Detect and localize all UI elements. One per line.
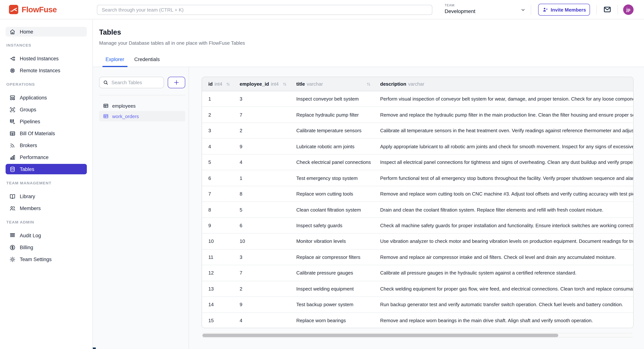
brand-name: FlowFuse [22,5,57,14]
cell-title: Check electrical panel connections [290,159,374,165]
horizontal-scrollbar-track[interactable] [202,333,632,338]
sidebar-item-label: Groups [20,107,36,112]
chevron-down-icon[interactable] [520,7,526,13]
avatar[interactable]: jp [623,4,634,15]
invite-members-button[interactable]: Invite Members [538,4,590,16]
team-selector[interactable]: TEAM: Development [444,3,475,14]
table-row[interactable]: 32Calibrate temperature sensorsCalibrate… [202,123,633,139]
add-table-button[interactable] [168,77,185,88]
table-row[interactable]: 85Clean coolant filtration systemDrain a… [202,202,633,218]
performance-icon [9,154,16,160]
column-type: varchar [408,81,424,87]
table-row[interactable]: 61Test emergency stop systemPerform func… [202,170,633,186]
cell-description: Use vibration analyzer to check motor an… [374,239,633,244]
cell-title: Replace worn bearings [290,318,374,324]
column-type: int4 [214,81,222,87]
sidebar-item-remote-instances[interactable]: Remote Instances [6,65,87,76]
sidebar-item-billing[interactable]: Billing [6,242,87,253]
team-search-input[interactable] [97,5,432,15]
cell-description: Remove and replace the hydraulic pump fi… [374,112,633,117]
cell-employee_id: 6 [233,223,290,228]
tables-list: employeeswork_orders [99,101,185,121]
table-row[interactable]: 96Inspect safety guardsCheck all machine… [202,218,633,234]
tab-bar: ExplorerCredentials [102,57,163,67]
top-bar: FlowFuse TEAM: Development Invite Member… [0,0,644,19]
sidebar-item-label: Billing [20,245,33,250]
nav-section-team-admin: TEAM ADMIN [6,219,87,225]
cell-title: Calibrate temperature sensors [290,128,374,133]
audit-log-icon [9,232,16,239]
cell-id: 12 [202,270,233,276]
cell-title: Calibrate pressure gauges [290,270,374,276]
cell-id: 10 [202,239,233,244]
sidebar-item-label: Brokers [20,142,37,148]
header-divider [531,5,531,14]
cell-id: 7 [202,191,233,197]
sidebar-item-library[interactable]: Library [6,191,87,202]
table-row[interactable]: 113Replace air compressor filtersRemove … [202,249,633,265]
table-row[interactable]: 54Check electrical panel connectionsInsp… [202,155,633,170]
column-header-title[interactable]: titlevarchar [290,77,374,91]
cell-description: Apply appropriate lubricant to all robot… [374,144,633,149]
sidebar-item-home[interactable]: Home [6,27,87,36]
mail-icon[interactable] [603,5,612,14]
cell-id: 6 [202,175,233,181]
cell-employee_id: 9 [233,302,290,308]
horizontal-scrollbar-thumb[interactable] [202,334,558,337]
cell-title: Replace worn cutting tools [290,191,374,197]
sidebar-item-label: Hosted Instances [20,56,59,61]
sidebar-item-label: Audit Log [20,233,41,238]
cell-title: Replace hydraulic pump filter [290,112,374,117]
team-settings-icon [9,256,16,262]
tab-explorer[interactable]: Explorer [102,57,128,67]
search-tables-input[interactable] [99,77,164,88]
cell-id: 8 [202,207,233,213]
members-icon [9,205,16,211]
sidebar-item-bill-of-materials[interactable]: Bill Of Materials [6,128,87,139]
sidebar-item-team-settings[interactable]: Team Settings [6,254,87,265]
table-row[interactable]: 27Replace hydraulic pump filterRemove an… [202,107,633,123]
cell-title: Inspect conveyor belt system [290,96,374,102]
column-type: varchar [307,81,323,87]
header-divider [618,5,618,14]
sidebar-item-audit-log[interactable]: Audit Log [6,230,87,241]
invite-members-label: Invite Members [551,7,586,12]
nav-section-instances: INSTANCES [6,42,87,48]
table-row[interactable]: 132Inspect welding equipmentCheck weldin… [202,281,633,297]
sidebar-item-label: Remote Instances [20,68,60,73]
cell-employee_id: 2 [233,286,290,292]
sidebar-item-tables[interactable]: Tables [6,164,87,174]
pipelines-icon [9,118,16,125]
table-row[interactable]: 149Test backup power systemRun backup ge… [202,297,633,313]
table-list-item-work-orders[interactable]: work_orders [99,111,185,121]
data-table: idint4employee_idint4titlevarchardescrip… [202,77,634,328]
table-name: work_orders [112,113,139,119]
sidebar-item-performance[interactable]: Performance [6,152,87,162]
cell-description: Inspect all electrical panel connections… [374,159,633,165]
sidebar-item-members[interactable]: Members [6,203,87,213]
flowfuse-app: FlowFuse TEAM: Development Invite Member… [0,0,644,349]
sort-icon [282,81,287,87]
cell-id: 4 [202,144,233,149]
sidebar-item-brokers[interactable]: Brokers [6,140,87,150]
tables-icon [9,166,16,172]
sidebar-item-pipelines[interactable]: Pipelines [6,116,87,127]
sidebar-item-applications[interactable]: Applications [6,92,87,103]
cell-title: Inspect welding equipment [290,286,374,292]
column-header-description[interactable]: descriptionvarchar [374,77,633,91]
table-row[interactable]: 13Inspect conveyor belt systemPerform vi… [202,91,633,107]
table-row[interactable]: 1010Monitor vibration levelsUse vibratio… [202,234,633,249]
table-header-row: idint4employee_idint4titlevarchardescrip… [202,77,633,91]
table-row[interactable]: 127Calibrate pressure gaugesCalibrate al… [202,265,633,281]
sidebar-item-groups[interactable]: Groups [6,104,87,115]
table-row[interactable]: 49Lubricate robotic arm jointsApply appr… [202,139,633,155]
tab-credentials[interactable]: Credentials [131,57,163,67]
column-header-employee-id[interactable]: employee_idint4 [233,77,290,91]
table-row[interactable]: 154Replace worn bearingsRemove and repla… [202,313,633,328]
page-header: Tables Manage your Database tables all i… [93,19,644,67]
column-header-id[interactable]: idint4 [202,77,233,91]
brand[interactable]: FlowFuse [9,5,57,14]
table-row[interactable]: 78Replace worn cutting toolsRemove and r… [202,186,633,202]
sidebar-item-hosted-instances[interactable]: Hosted Instances [6,53,87,64]
table-list-item-employees[interactable]: employees [99,101,185,111]
